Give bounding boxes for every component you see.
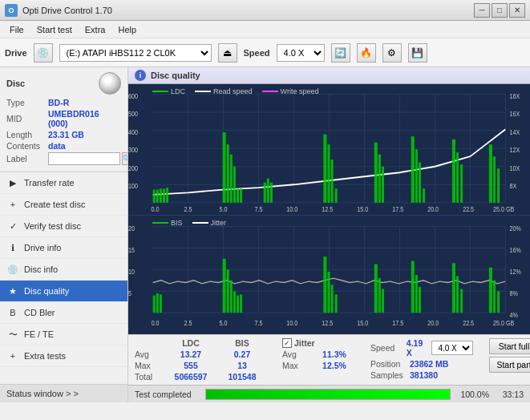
svg-text:14X: 14X bbox=[509, 128, 520, 136]
label-search-button[interactable]: 🔍 bbox=[122, 152, 128, 165]
svg-text:22.5: 22.5 bbox=[463, 318, 474, 327]
start-part-button[interactable]: Start part bbox=[489, 357, 530, 373]
close-button[interactable]: ✕ bbox=[509, 3, 525, 18]
drive-select[interactable]: (E:) ATAPI iHBS112 2 CL0K bbox=[59, 44, 212, 62]
minimize-button[interactable]: ─ bbox=[474, 3, 490, 18]
status-window-button[interactable]: Status window > > bbox=[0, 384, 127, 402]
svg-rect-43 bbox=[452, 139, 455, 203]
sidebar-item-create-test-disc[interactable]: + Create test disc bbox=[0, 194, 127, 216]
sidebar-item-transfer-rate[interactable]: ▶ Transfer rate bbox=[0, 172, 127, 194]
sidebar-label-verify-test-disc: Verify test disc bbox=[24, 221, 81, 231]
jitter-checkbox[interactable]: ✓ bbox=[282, 338, 292, 348]
jitter-max-val: 12.5% bbox=[314, 361, 354, 370]
bis-label: BIS bbox=[171, 219, 183, 227]
toolbar: Drive 💿 (E:) ATAPI iHBS112 2 CL0K ⏏ Spee… bbox=[0, 38, 530, 67]
svg-rect-91 bbox=[223, 259, 226, 313]
length-label: Length bbox=[6, 130, 48, 139]
svg-rect-48 bbox=[497, 168, 500, 203]
jitter-max-row: Max 12.5% bbox=[282, 361, 354, 370]
bottom-legend: BIS Jitter bbox=[152, 219, 226, 227]
svg-text:25.0 GB: 25.0 GB bbox=[493, 318, 515, 327]
svg-rect-108 bbox=[456, 276, 459, 313]
sidebar-item-extra-tests[interactable]: + Extra tests bbox=[0, 345, 127, 367]
sidebar-item-drive-info[interactable]: ℹ Drive info bbox=[0, 237, 127, 259]
menu-bar: File Start test Extra Help bbox=[0, 21, 530, 38]
menu-extra[interactable]: Extra bbox=[79, 23, 112, 36]
jitter-color bbox=[192, 222, 208, 224]
svg-rect-45 bbox=[460, 164, 463, 203]
total-label: Total bbox=[135, 372, 164, 382]
svg-rect-46 bbox=[489, 144, 492, 203]
svg-rect-89 bbox=[156, 293, 159, 313]
stats-total-row: Total 5066597 101548 bbox=[135, 372, 266, 382]
app-title: Opti Drive Control 1.70 bbox=[22, 6, 112, 15]
svg-text:22.5: 22.5 bbox=[463, 205, 474, 213]
jitter-avg-label: Avg bbox=[282, 349, 311, 359]
legend-write-speed: Write speed bbox=[262, 87, 319, 95]
svg-text:10X: 10X bbox=[509, 164, 520, 172]
disc-quality-icon: ★ bbox=[6, 285, 19, 297]
svg-text:5: 5 bbox=[128, 289, 131, 297]
bottom-chart: BIS Jitter bbox=[128, 216, 530, 334]
drive-icon: 💿 bbox=[34, 43, 53, 63]
sidebar-item-cd-bler[interactable]: B CD Bler bbox=[0, 302, 127, 324]
svg-text:10.0: 10.0 bbox=[286, 318, 297, 327]
menu-help[interactable]: Help bbox=[111, 23, 143, 36]
svg-rect-99 bbox=[331, 285, 334, 313]
svg-rect-93 bbox=[230, 281, 233, 313]
svg-rect-30 bbox=[267, 179, 269, 203]
svg-text:4%: 4% bbox=[509, 309, 518, 318]
svg-text:2.5: 2.5 bbox=[184, 318, 192, 327]
sidebar-item-disc-quality[interactable]: ★ Disc quality bbox=[0, 281, 127, 302]
svg-rect-21 bbox=[163, 188, 165, 203]
sidebar-item-disc-info[interactable]: 💿 Disc info bbox=[0, 259, 127, 281]
maximize-button[interactable]: □ bbox=[492, 3, 508, 18]
speed-info-label: Speed bbox=[370, 343, 403, 353]
svg-text:15.0: 15.0 bbox=[357, 318, 368, 327]
sidebar-item-verify-test-disc[interactable]: ✓ Verify test disc bbox=[0, 216, 127, 237]
menu-file[interactable]: File bbox=[3, 23, 30, 36]
jitter-avg-val: 11.3% bbox=[314, 349, 354, 359]
svg-text:10.0: 10.0 bbox=[286, 205, 297, 213]
sidebar-label-create-test-disc: Create test disc bbox=[24, 200, 85, 209]
svg-text:18X: 18X bbox=[509, 92, 520, 100]
svg-text:16%: 16% bbox=[509, 245, 521, 254]
svg-rect-36 bbox=[374, 143, 378, 203]
eject-button[interactable]: ⏏ bbox=[218, 43, 237, 63]
svg-text:12X: 12X bbox=[509, 147, 520, 155]
svg-rect-94 bbox=[233, 291, 236, 313]
speed-select-toolbar[interactable]: 4.0 X bbox=[277, 44, 325, 62]
svg-rect-106 bbox=[419, 287, 421, 313]
svg-rect-35 bbox=[335, 188, 338, 203]
nav-section: ▶ Transfer rate + Create test disc ✓ Ver… bbox=[0, 172, 127, 384]
settings-button[interactable]: ⚙ bbox=[382, 43, 402, 63]
save-button[interactable]: 💾 bbox=[408, 43, 427, 63]
svg-text:20: 20 bbox=[128, 224, 135, 232]
ldc-color bbox=[152, 91, 168, 92]
disc-label-input[interactable] bbox=[48, 152, 120, 165]
speed-select-stats[interactable]: 4.0 X bbox=[431, 341, 473, 355]
svg-rect-104 bbox=[411, 260, 415, 313]
menu-starttest[interactable]: Start test bbox=[30, 23, 79, 36]
svg-rect-112 bbox=[497, 291, 500, 313]
svg-rect-29 bbox=[264, 183, 266, 203]
svg-text:5.0: 5.0 bbox=[219, 318, 227, 327]
sidebar-label-fe-te: FE / TE bbox=[24, 329, 54, 339]
svg-text:400: 400 bbox=[128, 128, 138, 136]
svg-rect-23 bbox=[223, 132, 226, 203]
burn-button[interactable]: 🔥 bbox=[357, 43, 376, 63]
svg-rect-38 bbox=[382, 167, 384, 203]
legend-bis: BIS bbox=[152, 219, 183, 227]
window-controls: ─ □ ✕ bbox=[474, 3, 525, 18]
refresh-button[interactable]: 🔄 bbox=[331, 43, 350, 63]
svg-text:16X: 16X bbox=[509, 110, 520, 118]
speed-info: Speed 4.19 X 4.0 X Position 23862 MB Sam… bbox=[370, 338, 473, 380]
speed-row: Speed 4.19 X 4.0 X bbox=[370, 338, 473, 357]
jitter-table: ✓ Jitter Avg 11.3% Max 12.5% bbox=[282, 338, 354, 370]
sidebar-item-fe-te[interactable]: 〜 FE / TE bbox=[0, 324, 127, 345]
svg-rect-103 bbox=[382, 289, 384, 313]
disc-image bbox=[99, 72, 121, 95]
svg-text:10: 10 bbox=[128, 267, 135, 276]
start-full-button[interactable]: Start full bbox=[489, 338, 530, 354]
svg-rect-40 bbox=[415, 149, 418, 202]
